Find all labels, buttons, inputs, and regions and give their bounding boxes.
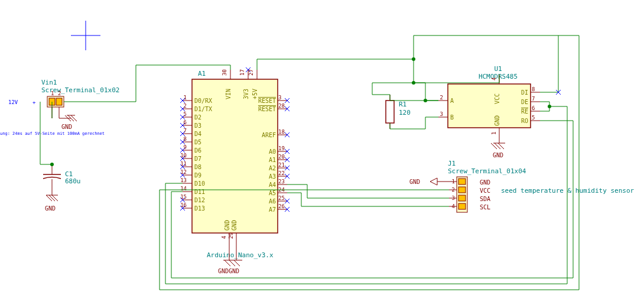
a1-pn22: 22 xyxy=(278,170,285,176)
svg-line-102 xyxy=(234,260,240,266)
arduino-nano: A1 Arduino_Nano_v3.x 30 VIN 17 3V3 27 +5… xyxy=(180,67,290,274)
c1-gnd-symbol: GND xyxy=(45,189,58,212)
j1-terminal: J1 Screw_Terminal_01x04 1 2 3 4 GND VCC … xyxy=(409,160,635,212)
svg-point-136 xyxy=(548,105,551,108)
svg-line-119 xyxy=(498,143,504,149)
svg-line-20 xyxy=(49,195,55,201)
j1-gndlbl: GND xyxy=(409,179,420,185)
r1-value: 120 xyxy=(399,109,411,116)
a1-d13: D13 xyxy=(194,205,205,212)
a1-pn23: 23 xyxy=(278,179,285,185)
u1-p1: 1 xyxy=(491,132,497,135)
a1-pn11: 11 xyxy=(180,161,187,167)
svg-line-118 xyxy=(495,143,500,149)
a1-a2: A2 xyxy=(269,165,276,171)
a1-d7: D7 xyxy=(194,156,201,162)
vin1-terminal: Vin1 Screw_Terminal_01x02 1 2 12V + GND … xyxy=(0,79,119,136)
a1-pn16: 16 xyxy=(180,202,187,208)
svg-rect-106 xyxy=(448,84,531,128)
u1-ro: RO xyxy=(521,118,528,124)
a1-pin27: 27 xyxy=(248,69,254,76)
vin1-12v-label: 12V xyxy=(8,99,18,105)
svg-line-101 xyxy=(229,260,235,266)
svg-line-19 xyxy=(52,195,58,201)
c1-value: 680u xyxy=(65,177,81,185)
svg-rect-104 xyxy=(386,101,394,123)
a1-gnd2: GND xyxy=(231,220,238,231)
a1-pn20: 20 xyxy=(278,154,285,160)
j1-value: Screw_Terminal_01x04 xyxy=(448,167,526,175)
svg-rect-122 xyxy=(458,179,466,185)
a1-d2: D2 xyxy=(194,114,201,121)
j1-scl: SCL xyxy=(480,204,490,211)
a1-a5: A5 xyxy=(269,190,276,196)
j1-sda: SDA xyxy=(480,196,490,202)
u1-a: A xyxy=(450,98,454,104)
a1-pn29: 29 xyxy=(228,232,234,239)
u1-p4: 4 xyxy=(491,77,497,80)
r1-ref: R1 xyxy=(399,101,406,108)
a1-pn7: 7 xyxy=(184,128,187,134)
a1-pn19: 19 xyxy=(278,145,285,151)
a1-pn10: 10 xyxy=(180,153,187,158)
u1-gnd-symbol: GND xyxy=(491,137,505,158)
a1-pin28: 28 xyxy=(278,103,285,109)
a1-pin17: 17 xyxy=(239,69,245,76)
u1-p5: 5 xyxy=(532,115,535,121)
svg-line-18 xyxy=(46,195,52,201)
svg-rect-124 xyxy=(458,195,466,201)
u1-p2: 2 xyxy=(440,95,443,101)
a1-3v3: 3V3 xyxy=(243,89,249,99)
u1-di: DI xyxy=(521,89,528,96)
a1-gndbot: GNDGND xyxy=(218,268,239,274)
a1-reset1: RESET xyxy=(258,98,276,104)
a1-d6: D6 xyxy=(194,147,201,154)
c1-capacitor: C1 680u GND xyxy=(43,164,81,212)
arduino-value: Arduino_Nano_v3.x xyxy=(207,251,274,259)
c1-gnd-label: GND xyxy=(45,205,56,212)
a1-d9: D9 xyxy=(194,172,201,179)
j1-note: seed temperature & humidity sensor xyxy=(501,187,635,195)
r1-resistor: R1 120 xyxy=(386,95,411,129)
a1-d8: D8 xyxy=(194,164,201,170)
vin1-pin2: 2 xyxy=(58,90,61,96)
a1-gnd1: GND xyxy=(224,220,230,231)
a1-pn14: 14 xyxy=(180,186,187,192)
a1-a1p: A1 xyxy=(269,157,276,163)
a1-d12: D12 xyxy=(194,197,205,203)
a1-pn1: 1 xyxy=(184,95,187,101)
vin1-pin1: 1 xyxy=(51,90,54,96)
a1-5v: +5V xyxy=(252,89,258,99)
u1-p7: 7 xyxy=(532,96,535,102)
origin-marker xyxy=(71,21,100,50)
u1-p3: 3 xyxy=(440,111,443,117)
a1-d4: D4 xyxy=(194,131,201,137)
a1-pn4: 4 xyxy=(221,236,227,239)
j1-ref: J1 xyxy=(448,160,456,167)
svg-point-135 xyxy=(424,99,427,102)
u1-re: RE xyxy=(521,108,528,115)
vin1-gnd-symbol: GND xyxy=(59,115,77,130)
a1-pn12: 12 xyxy=(180,169,187,175)
a1-d5: D5 xyxy=(194,139,201,145)
u1-de: DE xyxy=(521,99,528,105)
a1-a6: A6 xyxy=(269,198,276,205)
u1-ref: U1 xyxy=(494,65,502,73)
u1-gnd: GND xyxy=(494,115,500,126)
a1-pn13: 13 xyxy=(180,177,187,183)
a1-pin3: 3 xyxy=(278,95,281,101)
u1-value: HCMODRS485 xyxy=(479,73,518,80)
a1-d0: D0/RX xyxy=(194,98,212,104)
a1-pin30: 30 xyxy=(222,69,227,76)
svg-line-9 xyxy=(71,115,77,121)
j1-vcc: VCC xyxy=(480,187,490,194)
a1-pn6: 6 xyxy=(184,119,187,125)
a1-d1: D1/TX xyxy=(194,106,212,112)
u1-gnd-label: GND xyxy=(493,152,503,158)
u1-b: B xyxy=(450,114,454,121)
svg-rect-4 xyxy=(56,98,62,105)
a1-a0: A0 xyxy=(269,148,276,155)
j1-gnd: GND xyxy=(480,179,490,186)
a1-a4: A4 xyxy=(269,182,276,188)
u1-p8: 8 xyxy=(532,86,535,92)
